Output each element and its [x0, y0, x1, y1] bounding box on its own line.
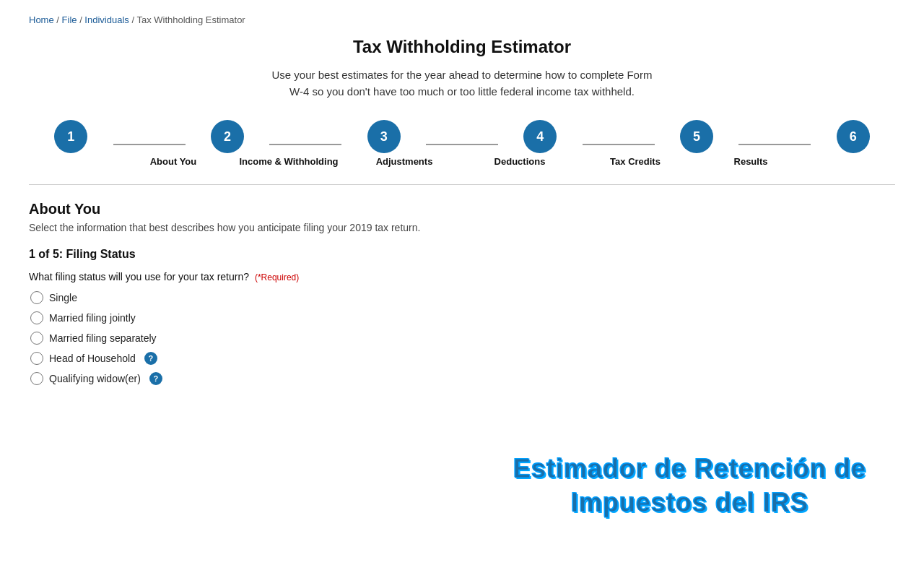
radio-single[interactable]	[30, 291, 43, 304]
step-6-circle: 6	[837, 120, 870, 153]
step-5-circle: 5	[680, 120, 713, 153]
filing-status-options: Single Married filing jointly Married fi…	[30, 291, 895, 385]
about-you-subtitle: Select the information that best describ…	[29, 222, 895, 233]
step-4-circle: 4	[523, 120, 557, 153]
option-single[interactable]: Single	[30, 291, 895, 304]
breadcrumb-home[interactable]: Home	[29, 14, 54, 25]
option-married-separately[interactable]: Married filing separately	[30, 332, 895, 345]
step-1[interactable]: 1	[29, 120, 113, 153]
qualifying-widow-help-icon[interactable]: ?	[149, 372, 162, 385]
step-4-label: Deductions	[462, 156, 578, 167]
step-connector-5-6	[738, 144, 811, 145]
step-connector-2-3	[269, 144, 341, 145]
breadcrumb: Home / File / Individuals / Tax Withhold…	[29, 14, 895, 25]
about-you-section: About You Select the information that be…	[29, 201, 895, 385]
filing-status-question: What filing status will you use for your…	[29, 271, 895, 282]
step-connector-1-2	[113, 144, 186, 145]
radio-married-jointly[interactable]	[30, 311, 43, 324]
step-connector-4-5	[583, 144, 655, 145]
step-3[interactable]: 3	[341, 120, 426, 153]
step-5[interactable]: 5	[655, 120, 739, 153]
breadcrumb-file[interactable]: File	[62, 14, 77, 25]
option-qualifying-widow[interactable]: Qualifying widow(er) ?	[30, 372, 895, 385]
step-6-label: Results	[693, 156, 808, 167]
required-badge: (*Required)	[255, 272, 299, 282]
filing-status-title: 1 of 5: Filing Status	[29, 248, 895, 261]
breadcrumb-individuals[interactable]: Individuals	[84, 14, 128, 25]
step-connector-3-4	[426, 144, 498, 145]
head-of-household-help-icon[interactable]: ?	[144, 352, 157, 365]
step-2-label: Income & Withholding	[231, 156, 346, 167]
radio-head-of-household[interactable]	[30, 352, 43, 365]
radio-married-separately[interactable]	[30, 332, 43, 345]
step-5-label: Tax Credits	[578, 156, 693, 167]
step-4[interactable]: 4	[498, 120, 583, 153]
radio-qualifying-widow[interactable]	[30, 372, 43, 385]
about-you-title: About You	[29, 201, 895, 217]
step-1-circle: 1	[54, 120, 87, 153]
step-3-label: Adjustments	[346, 156, 462, 167]
option-head-of-household[interactable]: Head of Household ?	[30, 352, 895, 365]
step-1-label: About You	[116, 156, 231, 167]
step-2[interactable]: 2	[186, 120, 270, 153]
step-3-circle: 3	[367, 120, 401, 153]
page-title: Tax Withholding Estimator	[29, 37, 895, 57]
stepper: 1 2 3 4 5 6	[29, 120, 895, 153]
section-divider	[29, 184, 895, 185]
page-subtitle: Use your best estimates for the year ahe…	[29, 67, 895, 100]
option-married-jointly[interactable]: Married filing jointly	[30, 311, 895, 324]
step-2-circle: 2	[211, 120, 244, 153]
step-6[interactable]: 6	[811, 120, 895, 153]
